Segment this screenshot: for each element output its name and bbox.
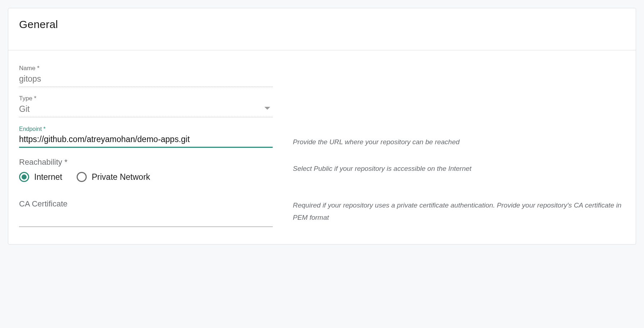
row-name: Name * bbox=[19, 65, 625, 87]
radio-checked-icon bbox=[19, 172, 29, 182]
radio-internet-label: Internet bbox=[34, 172, 62, 182]
type-select-value[interactable] bbox=[19, 103, 273, 117]
radio-internet[interactable]: Internet bbox=[19, 172, 62, 182]
row-endpoint: Endpoint * Provide the URL where your re… bbox=[19, 126, 625, 148]
row-reachability: Reachability * Internet Private Network … bbox=[19, 158, 625, 182]
reachability-radio-group: Internet Private Network bbox=[19, 172, 273, 182]
endpoint-label: Endpoint * bbox=[19, 126, 273, 132]
radio-private-network[interactable]: Private Network bbox=[77, 172, 150, 182]
card-body: Name * Type * Endpoint * Prov bbox=[8, 50, 636, 244]
section-title: General bbox=[19, 18, 625, 31]
radio-private-label: Private Network bbox=[92, 172, 150, 182]
row-type: Type * bbox=[19, 95, 625, 117]
card-header: General bbox=[8, 8, 636, 50]
row-ca: CA Certificate Required if your reposito… bbox=[19, 199, 625, 227]
name-input[interactable] bbox=[19, 73, 273, 87]
ca-input[interactable] bbox=[19, 211, 273, 227]
type-select[interactable] bbox=[19, 103, 273, 117]
type-label: Type * bbox=[19, 95, 273, 102]
ca-label: CA Certificate bbox=[19, 199, 273, 209]
endpoint-input[interactable] bbox=[19, 133, 273, 148]
general-card: General Name * Type * bbox=[8, 8, 636, 245]
reachability-help: Select Public if your repository is acce… bbox=[293, 158, 625, 175]
name-label: Name * bbox=[19, 65, 273, 72]
radio-unchecked-icon bbox=[77, 172, 87, 182]
reachability-label: Reachability * bbox=[19, 158, 273, 167]
ca-help: Required if your repository uses a priva… bbox=[293, 199, 625, 224]
endpoint-help: Provide the URL where your repository ca… bbox=[293, 126, 625, 148]
